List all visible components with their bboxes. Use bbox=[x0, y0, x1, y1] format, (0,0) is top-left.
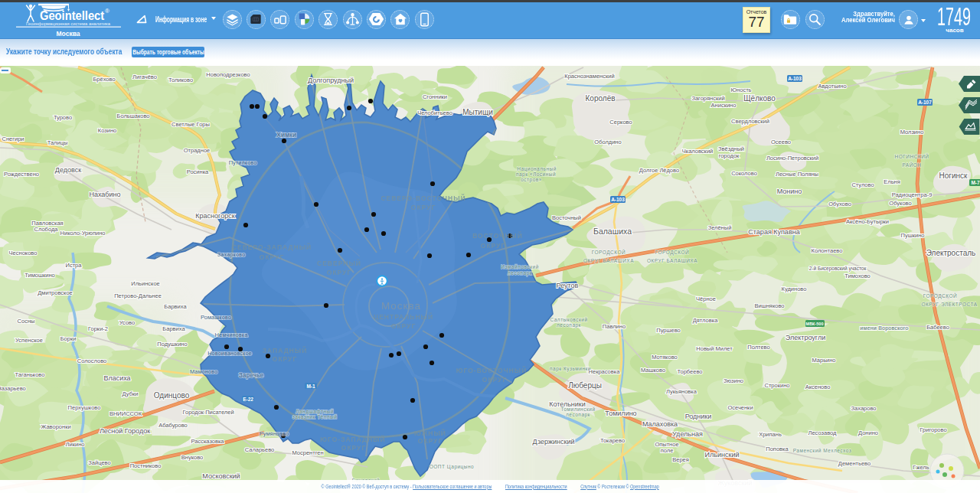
svg-text:Токарево: Токарево bbox=[600, 437, 625, 444]
svg-text:М-7: М-7 bbox=[971, 180, 980, 185]
svg-text:НОГИНСКИЙ: НОГИНСКИЙ bbox=[895, 153, 929, 159]
svg-text:Новый Милет: Новый Милет bbox=[696, 345, 733, 352]
svg-text:Соколово: Соколово bbox=[731, 170, 757, 177]
svg-text:СЕВЕРНЫЙ: СЕВЕРНЫЙ bbox=[317, 259, 361, 267]
svg-text:Отрадное: Отрадное bbox=[184, 147, 210, 154]
svg-text:Краснознаменский: Краснознаменский bbox=[564, 73, 614, 80]
svg-text:Лесозавод: Лесозавод bbox=[808, 429, 838, 436]
svg-text:Дедовск: Дедовск bbox=[55, 166, 81, 174]
svg-text:Зюзино: Зюзино bbox=[724, 377, 743, 384]
svg-text:ОКРУГ: ОКРУГ bbox=[481, 242, 505, 250]
svg-text:Марьино: Марьино bbox=[812, 357, 835, 364]
svg-text:Торбеево: Торбеево bbox=[678, 368, 703, 375]
svg-text:Назарьево: Назарьево bbox=[0, 385, 26, 392]
svg-text:ГОРОДСКОЙ: ГОРОДСКОЙ bbox=[592, 249, 626, 256]
svg-text:Щёлково: Щёлково bbox=[743, 94, 776, 103]
svg-text:ОКРУГ: ОКРУГ bbox=[327, 269, 351, 276]
svg-text:Челобитьево: Челобитьево bbox=[417, 109, 452, 116]
svg-text:Большаково: Большаково bbox=[116, 113, 149, 119]
svg-text:Турово: Турово bbox=[54, 114, 72, 121]
svg-text:Путилково: Путилково bbox=[229, 159, 257, 166]
svg-text:Томилинский: Томилинский bbox=[560, 406, 595, 412]
svg-text:Ногинск: Ногинск bbox=[939, 171, 969, 180]
svg-text:Захарково: Захарково bbox=[217, 251, 245, 258]
svg-text:Звёздный: Звёздный bbox=[718, 145, 744, 152]
svg-text:Старая Купавна: Старая Купавна bbox=[748, 228, 799, 236]
svg-text:Румянцево: Румянцево bbox=[260, 430, 289, 437]
svg-text:Хрипань: Хрипань bbox=[759, 431, 782, 438]
svg-text:ЗАПАДНЫЙ: ЗАПАДНЫЙ bbox=[263, 346, 308, 354]
svg-text:Строкино: Строкино bbox=[765, 382, 790, 389]
svg-text:лесопарк: лесопарк bbox=[508, 270, 532, 276]
svg-text:Королёв: Королёв bbox=[586, 94, 616, 103]
svg-text:Талицы: Талицы bbox=[47, 139, 68, 146]
svg-text:Колонтаево: Колонтаево bbox=[812, 247, 843, 254]
svg-text:Верея: Верея bbox=[672, 456, 689, 463]
svg-text:Аксеново: Аксеново bbox=[805, 384, 831, 390]
svg-text:Осеево: Осеево bbox=[771, 139, 791, 145]
svg-text:Павлино: Павлино bbox=[603, 323, 626, 330]
svg-text:Таганьково: Таганьково bbox=[15, 371, 45, 378]
svg-text:Вишняково: Вишняково bbox=[754, 302, 784, 309]
svg-text:Оболдино: Оболдино bbox=[594, 139, 621, 145]
svg-text:Монино: Монино bbox=[777, 188, 802, 195]
svg-text:лесопарк: лесопарк bbox=[566, 412, 590, 418]
svg-text:ЮЖНЫЙ: ЮЖНЫЙ bbox=[414, 429, 446, 437]
svg-text:Кудиново: Кудиново bbox=[782, 286, 807, 292]
svg-text:Рассказовка: Рассказовка bbox=[191, 438, 224, 445]
svg-text:Балашиха: Балашиха bbox=[593, 227, 632, 236]
svg-text:Жаворонки: Жаворонки bbox=[41, 423, 70, 430]
svg-text:Истра: Истра bbox=[66, 262, 83, 269]
svg-text:Лесные Поляны: Лесные Поляны bbox=[776, 171, 818, 178]
svg-text:ООПТ Царицыно: ООПТ Царицыно bbox=[430, 464, 474, 470]
svg-text:Петрово-Дальнее: Петрово-Дальнее bbox=[114, 292, 162, 299]
svg-text:Полтево: Полтево bbox=[747, 344, 769, 351]
svg-text:Малаховка: Малаховка bbox=[642, 420, 678, 428]
svg-text:Ильинский: Ильинский bbox=[705, 451, 740, 459]
svg-text:Красногорск: Красногорск bbox=[195, 212, 234, 220]
svg-text:Успенское: Успенское bbox=[15, 337, 43, 344]
svg-text:Измайловский: Измайловский bbox=[501, 264, 539, 269]
svg-text:Барвиха: Барвиха bbox=[164, 303, 187, 310]
svg-text:Дмитровское: Дмитровское bbox=[38, 289, 73, 296]
svg-text:Анискино: Анискино bbox=[711, 102, 737, 109]
svg-text:Серково: Серково bbox=[609, 119, 632, 126]
svg-text:М-1: М-1 bbox=[306, 384, 315, 389]
svg-text:Толиково: Толиково bbox=[168, 77, 193, 83]
svg-text:®: ® bbox=[105, 8, 109, 15]
svg-text:Обухово: Обухово bbox=[828, 201, 851, 207]
svg-text:Козино: Козино bbox=[98, 127, 116, 134]
svg-text:Дубки: Дубки bbox=[122, 390, 139, 397]
svg-text:ОКРУГ БАЛАШИХА: ОКРУГ БАЛАШИХА bbox=[583, 258, 634, 263]
svg-text:Внуково: Внуково bbox=[181, 454, 204, 461]
svg-text:Снегири: Снегири bbox=[2, 135, 24, 142]
svg-text:городок: городок bbox=[719, 152, 740, 159]
svg-text:Лигачёво: Лигачёво bbox=[132, 73, 157, 80]
svg-text:ОКРУГ БАЛАШИХА: ОКРУГ БАЛАШИХА bbox=[647, 258, 697, 263]
svg-text:МБК-500: МБК-500 bbox=[806, 322, 824, 326]
svg-text:Чесноково: Чесноково bbox=[9, 250, 38, 256]
svg-text:Электроугли: Электроугли bbox=[786, 334, 825, 341]
svg-text:ОКРУГ ЭЛЕКТРОСТА: ОКРУГ ЭЛЕКТРОСТА bbox=[921, 302, 977, 307]
svg-text:Сгонники: Сгонники bbox=[423, 93, 447, 100]
svg-text:ОКРУГ: ОКРУГ bbox=[482, 376, 507, 384]
svg-text:Немчиновка: Немчиновка bbox=[215, 331, 249, 338]
svg-text:ЮГО-ЗАПАДНЫЙ: ЮГО-ЗАПАДНЫЙ bbox=[320, 435, 385, 443]
svg-text:Мотяково: Мотяково bbox=[652, 354, 677, 361]
svg-text:Постниково: Постниково bbox=[130, 462, 162, 469]
svg-text:Брёхово: Брёхово bbox=[93, 76, 115, 83]
svg-text:Солослово: Солослово bbox=[77, 358, 107, 364]
svg-text:Тимохово: Тимохово bbox=[844, 273, 871, 279]
svg-text:ОКРУГ: ОКРУГ bbox=[260, 253, 284, 261]
svg-text:Е-22: Е-22 bbox=[243, 397, 253, 402]
svg-text:Молзино: Молзино bbox=[900, 129, 924, 135]
svg-text:ОКРУГ: ОКРУГ bbox=[411, 204, 436, 211]
svg-text:А-103: А-103 bbox=[788, 76, 802, 81]
svg-text:ОКРУГ: ОКРУГ bbox=[418, 437, 443, 445]
svg-text:ВНИИССОК: ВНИИССОК bbox=[109, 410, 142, 417]
svg-text:Тимошкино: Тимошкино bbox=[24, 272, 55, 279]
svg-text:Зелёный: Зелёный bbox=[708, 224, 732, 231]
svg-text:ЮГО-ВОСТОЧНЫЙ: ЮГО-ВОСТОЧНЫЙ bbox=[456, 366, 528, 374]
svg-text:Мытищи: Мытищи bbox=[462, 108, 493, 116]
svg-text:Люберцы: Люберцы bbox=[568, 381, 602, 390]
